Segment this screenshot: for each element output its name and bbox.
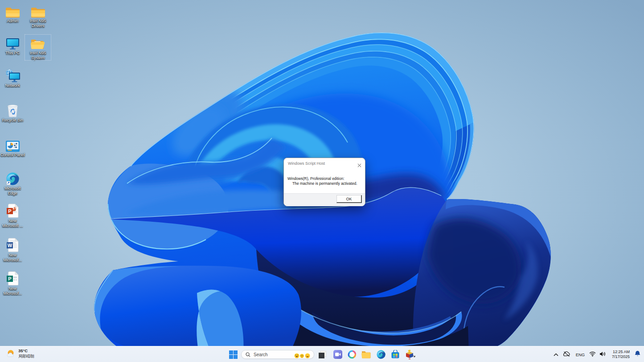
svg-text:P: P <box>8 208 11 214</box>
svg-text:W: W <box>7 243 12 248</box>
svg-text:P: P <box>8 276 11 281</box>
